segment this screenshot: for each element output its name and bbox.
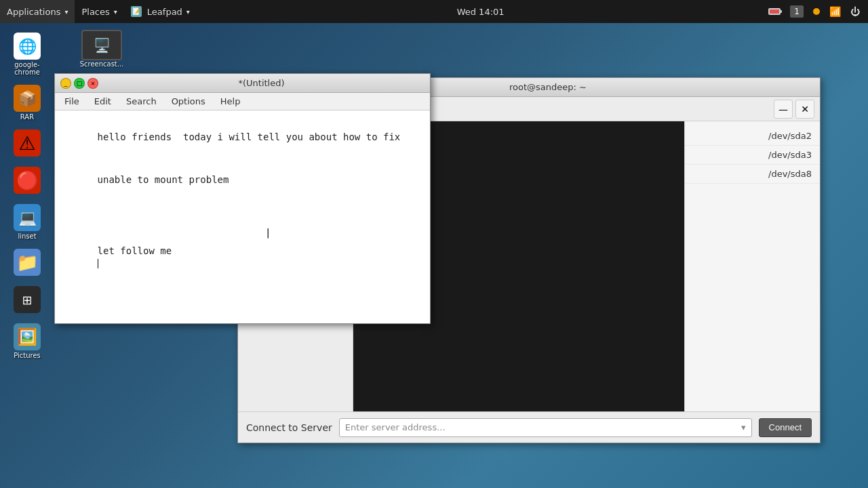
places-arrow: ▾ — [114, 8, 117, 16]
sda3-label: /dev/sda3 — [768, 150, 812, 160]
panel-clock: Wed 14:01 — [197, 7, 764, 17]
desktop-icon-tool[interactable]: 💻 linset — [3, 201, 51, 243]
screencast-desktop-icon[interactable]: 🖥️ Screencast... — [75, 30, 129, 68]
leafpad-window-controls: _ □ × — [60, 78, 98, 89]
desktop-sidebar: 🌐 google-chrome 📦 RAR ⚠️ 🔴 💻 linset 📁 — [0, 23, 54, 488]
fm-right-panel: /dev/sda2 /dev/sda3 /dev/sda8 — [684, 121, 820, 411]
leafpad-line1: hello friends today i will tell you abou… — [98, 131, 401, 142]
fm-close-toolbar-btn[interactable]: ✕ — [795, 100, 814, 119]
places-menu[interactable]: Places ▾ — [75, 0, 123, 23]
fm-right-sda2[interactable]: /dev/sda2 — [685, 127, 820, 146]
leafpad-close-btn[interactable]: × — [87, 78, 98, 89]
server-dropdown-arrow[interactable]: ▾ — [741, 422, 746, 432]
power-icon: ⏻ — [850, 6, 860, 17]
leafpad-menu-file[interactable]: File — [58, 95, 86, 108]
wifi-icon: 📶 — [829, 6, 841, 17]
fm-minimize-toolbar-btn[interactable]: — — [774, 100, 793, 119]
leafpad-maximize-btn[interactable]: □ — [74, 78, 85, 89]
sda8-label: /dev/sda8 — [768, 169, 812, 179]
apps-icon: ⊞ — [14, 286, 41, 313]
leafpad-line2: unable to mount problem — [98, 174, 229, 185]
leafpad-menu-edit[interactable]: Edit — [87, 95, 118, 108]
desktop-icon-rar[interactable]: 📦 RAR — [3, 82, 51, 123]
desktop-icon-chrome[interactable]: 🌐 google-chrome — [3, 30, 51, 79]
leafpad-icon: 📝 — [131, 6, 142, 17]
top-panel: Applications ▾ Places ▾ 📝 Leafpad ▾ Wed … — [0, 0, 868, 23]
leafpad-menu-search[interactable]: Search — [119, 95, 163, 108]
server-placeholder: Enter server address... — [345, 422, 446, 432]
desktop-icon-linset1[interactable]: ⚠️ — [3, 127, 51, 161]
chrome-icon: 🌐 — [14, 33, 41, 60]
applications-menu[interactable]: Applications ▾ — [0, 0, 75, 23]
screencast-img: 🖥️ — [94, 37, 111, 54]
sda2-label: /dev/sda2 — [768, 131, 812, 141]
leafpad-title: *(Untitled) — [98, 78, 425, 88]
leafpad-menubar: File Edit Search Options Help — [55, 93, 430, 110]
desktop-icon-pictures[interactable]: 🖼️ Pictures — [3, 321, 51, 362]
leafpad-menu-help[interactable]: Help — [214, 95, 248, 108]
desktop-icon-folder[interactable]: 📁 — [3, 246, 51, 280]
connect-to-server-label: Connect to Server — [246, 422, 332, 433]
panel-wifi[interactable]: 📶 — [825, 0, 845, 23]
tool-icon: 💻 — [14, 204, 41, 231]
leafpad-line4: let follow me — [98, 245, 172, 256]
panel-power[interactable]: ⏻ — [846, 0, 864, 23]
leafpad-arrow: ▾ — [186, 8, 190, 16]
cursor-indicator: | — [265, 226, 271, 240]
pictures-icon: 🖼️ — [14, 323, 41, 350]
panel-dot1 — [809, 0, 824, 23]
screencast-label: Screencast... — [80, 60, 124, 68]
leafpad-window: _ □ × *(Untitled) File Edit Search Optio… — [54, 73, 431, 324]
leafpad-titlebar: _ □ × *(Untitled) — [55, 74, 430, 93]
leafpad-minimize-btn[interactable]: _ — [60, 78, 71, 89]
leafpad-menu-options[interactable]: Options — [165, 95, 212, 108]
panel-left: Applications ▾ Places ▾ 📝 Leafpad ▾ — [0, 0, 197, 23]
text-cursor — [98, 259, 98, 268]
battery-icon — [768, 8, 781, 15]
server-address-input[interactable]: Enter server address... ▾ — [339, 418, 752, 437]
leafpad-menu[interactable]: 📝 Leafpad ▾ — [124, 0, 197, 23]
fm-right-sda8[interactable]: /dev/sda8 — [685, 165, 820, 184]
fm-right-sda3[interactable]: /dev/sda3 — [685, 146, 820, 165]
fm-bottom-bar: Connect to Server Enter server address..… — [238, 411, 820, 443]
leafpad-text-area[interactable]: hello friends today i will tell you abou… — [55, 110, 430, 323]
applications-label: Applications — [7, 7, 60, 17]
linset1-icon: ⚠️ — [14, 129, 41, 157]
leafpad-label: Leafpad — [147, 7, 182, 17]
desktop-icon-linset2[interactable]: 🔴 — [3, 164, 51, 198]
rar-icon: 📦 — [14, 85, 41, 112]
connect-button[interactable]: Connect — [759, 418, 812, 437]
desktop: Applications ▾ Places ▾ 📝 Leafpad ▾ Wed … — [0, 0, 868, 488]
applications-arrow: ▾ — [64, 8, 68, 16]
panel-right: 1 📶 ⏻ — [764, 0, 868, 23]
desktop-icon-apps[interactable]: ⊞ — [3, 283, 51, 317]
indicator-dot — [813, 8, 820, 15]
panel-num-badge[interactable]: 1 — [786, 0, 808, 23]
folder-icon: 📁 — [14, 249, 41, 276]
places-label: Places — [81, 7, 109, 17]
screencast-icon-img: 🖥️ — [81, 30, 122, 60]
linset2-icon: 🔴 — [14, 167, 41, 194]
panel-battery[interactable] — [764, 0, 785, 23]
battery-tip — [781, 10, 782, 13]
